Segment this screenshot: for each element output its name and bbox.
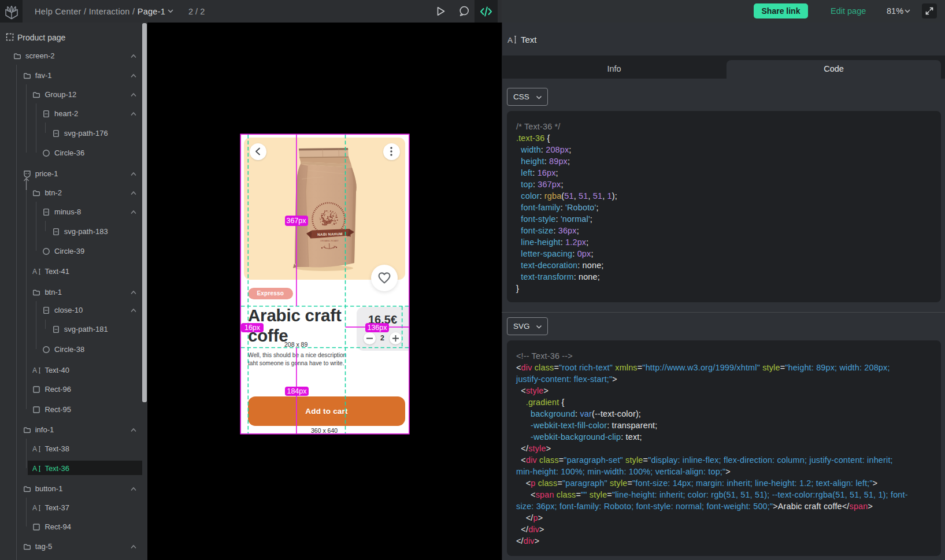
svg-text:A: A (32, 445, 37, 453)
svg-text:A: A (32, 465, 37, 473)
svg-text:A: A (32, 268, 37, 276)
svg-text:A: A (32, 504, 37, 512)
svg-text:NABI NAHUM: NABI NAHUM (317, 232, 343, 236)
svg-text:ORGANIC ROAST: ORGANIC ROAST (320, 240, 339, 242)
svg-text:A: A (32, 366, 37, 374)
svg-text:A: A (507, 36, 513, 44)
